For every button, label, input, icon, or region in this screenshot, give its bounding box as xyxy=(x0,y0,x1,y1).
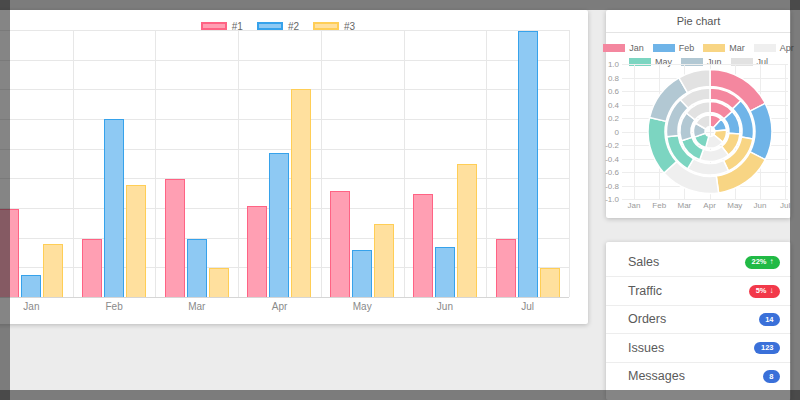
pie-y-tick-label: -1.0 xyxy=(605,195,619,204)
stat-badge-value: 5% xyxy=(756,287,767,295)
stat-row-messages[interactable]: Messages8 xyxy=(606,362,791,390)
pie-legend-swatch xyxy=(703,44,725,52)
bar-s3-mar[interactable] xyxy=(209,268,229,297)
stat-badge-value: 14 xyxy=(765,316,773,324)
pie-y-tick-label: -0.8 xyxy=(605,181,619,190)
bar-s2-mar[interactable] xyxy=(187,239,207,297)
pie-y-tick-label: 0.6 xyxy=(608,87,619,96)
stat-label: Issues xyxy=(628,341,664,355)
bar-s2-feb[interactable] xyxy=(104,119,124,297)
bar-legend-swatch xyxy=(257,22,283,30)
pie-chart-title: Pie chart xyxy=(677,15,720,27)
pie-legend-item-feb[interactable]: Feb xyxy=(653,43,695,53)
stat-label: Traffic xyxy=(628,284,662,298)
stat-badge-value: 22% xyxy=(751,258,766,266)
bar-s3-jul[interactable] xyxy=(540,268,560,297)
pie-x-tick-label: May xyxy=(727,201,742,210)
pie-legend-label: Jan xyxy=(629,43,644,53)
bar-legend-swatch xyxy=(313,22,339,30)
pie-x-tick-label: Apr xyxy=(703,201,715,210)
bar-x-tick-label: Feb xyxy=(105,301,122,312)
bar-group-jan xyxy=(0,30,73,297)
pie-y-tick-label: 0.2 xyxy=(608,114,619,123)
bar-x-tick-label: Apr xyxy=(272,301,288,312)
stat-badge-value: 8 xyxy=(769,373,773,381)
pie-legend-item-apr[interactable]: Apr xyxy=(754,43,794,53)
pie-y-tick-label: -0.2 xyxy=(605,141,619,150)
pie-legend-swatch xyxy=(653,44,675,52)
stat-row-orders[interactable]: Orders14 xyxy=(606,305,791,333)
bar-s2-jul[interactable] xyxy=(518,31,538,297)
stats-card: Sales22%↑Traffic5%↓Orders14Issues123Mess… xyxy=(606,242,791,400)
pie-y-tick-label: 0 xyxy=(615,127,619,136)
bar-gridline-h xyxy=(0,297,569,298)
pie-gridline-h xyxy=(622,199,788,200)
bar-s3-jan[interactable] xyxy=(43,244,63,297)
bar-chart-plot-area xyxy=(0,30,569,297)
pie-legend-row: JanFebMarApr xyxy=(603,43,794,53)
stat-badge-sales: 22%↑ xyxy=(745,256,780,269)
pie-chart-header: Pie chart xyxy=(606,10,791,33)
bar-s2-jun[interactable] xyxy=(435,247,455,297)
pie-x-tick-label: Jul xyxy=(780,201,790,210)
pie-x-tick-label: Jun xyxy=(754,201,767,210)
pie-legend-item-jan[interactable]: Jan xyxy=(603,43,644,53)
stat-row-traffic[interactable]: Traffic5%↓ xyxy=(606,276,791,304)
pie-legend-item-mar[interactable]: Mar xyxy=(703,43,745,53)
bar-s1-apr[interactable] xyxy=(247,206,267,297)
stat-badge-value: 123 xyxy=(761,344,774,352)
bar-s3-jun[interactable] xyxy=(457,164,477,297)
trend-down-icon: ↓ xyxy=(770,287,774,295)
bar-group-apr xyxy=(238,30,321,297)
pie-legend-swatch xyxy=(603,44,625,52)
bar-group-jun xyxy=(404,30,487,297)
bar-x-tick-label: Jan xyxy=(23,301,39,312)
stat-row-sales[interactable]: Sales22%↑ xyxy=(606,248,791,276)
bar-s1-mar[interactable] xyxy=(165,179,185,297)
bar-s1-may[interactable] xyxy=(330,191,350,297)
pie-y-tick-label: 0.8 xyxy=(608,73,619,82)
bar-s1-jul[interactable] xyxy=(496,239,516,297)
bar-x-tick-label: May xyxy=(353,301,372,312)
screenshot-frame-top xyxy=(0,0,800,10)
stat-row-issues[interactable]: Issues123 xyxy=(606,333,791,361)
bar-s2-jan[interactable] xyxy=(21,275,41,297)
polar-rings-chart xyxy=(622,64,788,199)
trend-up-icon: ↑ xyxy=(770,258,774,266)
bar-s3-may[interactable] xyxy=(374,224,394,297)
bar-group-feb xyxy=(73,30,156,297)
stat-badge-orders: 14 xyxy=(759,313,780,326)
bar-chart-x-axis: JanFebMarAprMayJunJul xyxy=(0,301,569,315)
bar-legend-swatch xyxy=(201,22,227,30)
screenshot-frame-right xyxy=(790,0,800,400)
stat-badge-messages: 8 xyxy=(763,370,780,383)
pie-chart-x-axis: JanFebMarAprMayJunJul xyxy=(622,201,788,211)
stat-label: Orders xyxy=(628,312,666,326)
bar-s3-feb[interactable] xyxy=(126,185,146,297)
pie-x-tick-label: Feb xyxy=(652,201,666,210)
pie-y-tick-label: -0.4 xyxy=(605,154,619,163)
bar-s1-feb[interactable] xyxy=(82,239,102,297)
bar-s1-jun[interactable] xyxy=(413,194,433,297)
pie-chart-plot-area xyxy=(622,64,788,199)
bar-s2-apr[interactable] xyxy=(269,153,289,297)
bar-group-mar xyxy=(155,30,238,297)
bar-s2-may[interactable] xyxy=(352,250,372,297)
screenshot-frame-left xyxy=(0,0,10,400)
pie-x-tick-label: Jan xyxy=(628,201,641,210)
pie-legend-label: Mar xyxy=(729,43,745,53)
pie-x-tick-label: Mar xyxy=(678,201,692,210)
stat-label: Sales xyxy=(628,255,659,269)
bar-s3-apr[interactable] xyxy=(291,89,311,297)
pie-chart-card: Pie chart JanFebMarAprMayJunJul 1.00.80.… xyxy=(606,10,791,218)
bar-group-may xyxy=(321,30,404,297)
bar-gridline-v xyxy=(569,30,570,297)
pie-chart-y-axis: 1.00.80.60.40.20-0.2-0.4-0.6-0.8-1.0 xyxy=(606,64,619,199)
pie-legend-swatch xyxy=(754,44,776,52)
stat-label: Messages xyxy=(628,369,685,383)
pie-y-tick-label: 1.0 xyxy=(608,60,619,69)
bar-x-tick-label: Jul xyxy=(521,301,534,312)
polar-segment-ring3-apr[interactable] xyxy=(700,146,729,161)
bar-chart-card: #1#2#3 JanFebMarAprMayJunJul xyxy=(0,10,588,324)
pie-y-tick-label: 0.4 xyxy=(608,100,619,109)
